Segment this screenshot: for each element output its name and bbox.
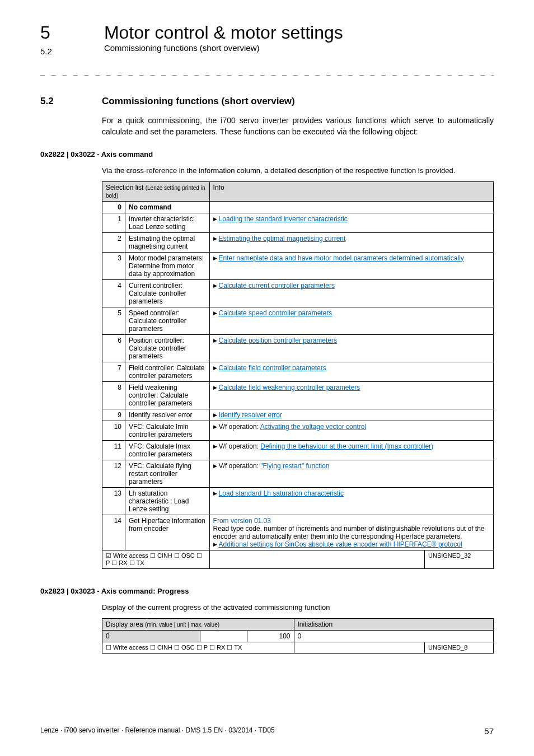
footer-text: Lenze · i700 servo inverter · Reference …: [40, 726, 275, 736]
section-title: Commissioning functions (short overview): [102, 96, 295, 107]
section-intro: For a quick commissioning, the i700 serv…: [102, 115, 494, 138]
table-row: 0No command: [102, 201, 494, 213]
table-row: 9Identify resolver errorIdentify resolve…: [102, 409, 494, 421]
chapter-number: 5: [40, 22, 102, 43]
info-link[interactable]: Identify resolver error: [219, 411, 282, 419]
table-footer-row: ☑ Write access ☐ CINH ☐ OSC ☐ P ☐ RX ☐ T…: [102, 550, 494, 568]
table-footer-row: ☐ Write access ☐ CINH ☐ OSC ☐ P ☐ RX ☐ T…: [102, 642, 494, 653]
info-link[interactable]: Enter nameplate data and have motor mode…: [219, 254, 464, 262]
display-col-header: Display area (min. value | unit | max. v…: [102, 618, 294, 630]
display-area-table: Display area (min. value | unit | max. v…: [102, 618, 494, 654]
selection-table: Selection list (Lenze setting printed in…: [102, 181, 494, 569]
table-row: 12VFC: Calculate flying restart controll…: [102, 460, 494, 487]
info-link[interactable]: Load standard Lh saturation characterist…: [219, 489, 344, 497]
version-note: From version 01.03: [213, 517, 490, 525]
axis-command-heading: 0x2822 | 0x3022 - Axis command: [40, 150, 494, 158]
table-row: 14 Get Hiperface information from encode…: [102, 515, 494, 550]
axis-command-note: Via the cross-reference in the informati…: [102, 166, 494, 175]
info-link[interactable]: Loading the standard inverter characteri…: [219, 215, 348, 223]
axis-progress-note: Display of the current progress of the a…: [102, 603, 494, 612]
table-row: 7Field controller: Calculate controller …: [102, 362, 494, 381]
info-link[interactable]: "Flying restart" function: [260, 462, 329, 470]
table-row: 4Current controller: Calculate controlle…: [102, 279, 494, 307]
section-number-header: 5.2: [40, 46, 102, 56]
chapter-title: Motor control & motor settings: [104, 22, 343, 43]
selection-col-header: Selection list (Lenze setting printed in…: [102, 181, 210, 201]
table-row: 13Lh saturation characteristic : Load Le…: [102, 487, 494, 515]
table-row: 11VFC: Calculate Imax controller paramet…: [102, 440, 494, 460]
divider-dashes: _ _ _ _ _ _ _ _ _ _ _ _ _ _ _ _ _ _ _ _ …: [40, 67, 494, 76]
info-col-header: Info: [209, 181, 493, 201]
table-row: 1Inverter characteristic: Load Lenze set…: [102, 213, 494, 232]
page-number: 57: [484, 726, 494, 736]
section-title-header: Commissioning functions (short overview): [104, 43, 260, 53]
table-row: 0 100 0: [102, 630, 494, 642]
info-link[interactable]: Calculate speed controller parameters: [219, 309, 332, 317]
table-row: 2Estimating the optimal magnetising curr…: [102, 232, 494, 252]
table-row: 8Field weakening controller: Calculate c…: [102, 381, 494, 409]
info-link[interactable]: Estimating the optimal magnetising curre…: [219, 235, 346, 242]
info-link[interactable]: Calculate position controller parameters: [219, 337, 337, 344]
table-row: 6Position controller: Calculate controll…: [102, 334, 494, 362]
row14-description: Read type code, number of increments and…: [213, 525, 490, 540]
info-link[interactable]: Calculate field controller parameters: [219, 364, 326, 372]
init-col-header: Initialisation: [294, 618, 494, 630]
info-link[interactable]: Activating the voltage vector control: [260, 423, 366, 431]
info-link[interactable]: Defining the behaviour at the current li…: [260, 442, 433, 450]
table-row: 5Speed controller: Calculate controller …: [102, 307, 494, 334]
info-link[interactable]: Calculate field weakening controller par…: [219, 384, 360, 391]
info-link[interactable]: Calculate current controller parameters: [219, 282, 335, 290]
axis-progress-heading: 0x2823 | 0x3023 - Axis command: Progress: [40, 587, 494, 595]
table-row: 3Motor model parameters: Determine from …: [102, 252, 494, 279]
info-link[interactable]: Additional settings for SinCos absolute …: [219, 540, 462, 548]
table-row: 10VFC: Calculate Imin controller paramet…: [102, 421, 494, 440]
section-number: 5.2: [40, 96, 102, 107]
